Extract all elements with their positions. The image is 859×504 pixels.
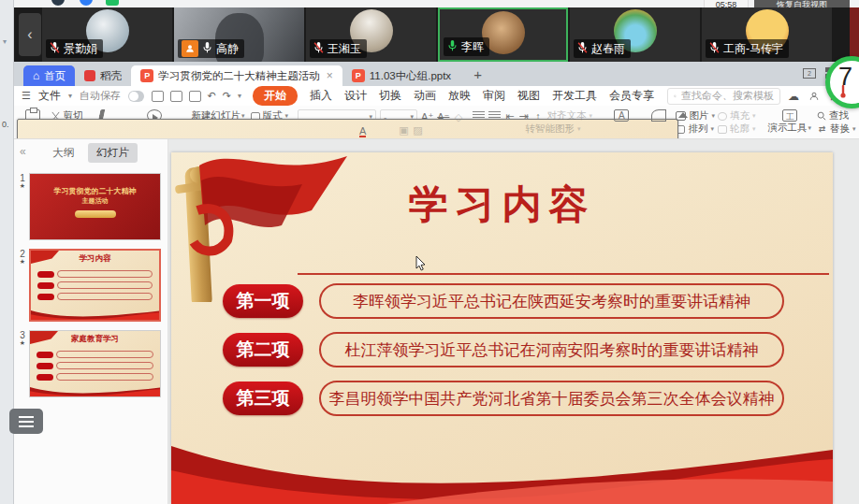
panel-tab[interactable]: 大纲 — [44, 143, 82, 163]
thumbnail-wave — [31, 308, 159, 320]
item-badge[interactable]: 第三项 — [223, 382, 303, 415]
quick-access-toolbar: ↶ ↷ ▾ — [152, 90, 241, 102]
thumbnail-wave — [30, 384, 160, 396]
tools-icon — [782, 109, 797, 122]
taskbar-icon[interactable] — [106, 0, 119, 6]
redo-icon[interactable]: ↷ — [223, 90, 231, 102]
chevron-down-icon: ▾ — [68, 92, 72, 100]
arrange-button[interactable]: 排列▾ — [676, 122, 715, 136]
fill-button[interactable]: 填充▾ — [718, 109, 756, 122]
document-tabbar: 首页 稻壳 P 学习贯彻党的二十大精神主题活动 × — [14, 62, 859, 86]
picture-button[interactable]: 图片▾ — [676, 109, 715, 122]
hamburger-icon[interactable]: ☰ — [22, 90, 31, 102]
slide-thumbnail[interactable]: 学习内容 — [29, 249, 161, 322]
presentation-tools-button[interactable]: 演示工具▾ — [764, 108, 814, 137]
new-tab-button[interactable]: + — [473, 66, 482, 82]
new-slide-button[interactable]: 新建幻灯片▾ — [189, 108, 248, 137]
clear-format-icon[interactable]: ◇ — [453, 111, 463, 123]
taskbar-icon[interactable] — [80, 0, 93, 6]
phonetic-guide-icon[interactable]: ▣ — [399, 124, 409, 137]
ribbon-tab[interactable]: 审阅 — [483, 88, 505, 104]
participant-namebar: 高静 — [178, 39, 244, 58]
participant-tile[interactable]: 王湘玉 — [306, 7, 436, 62]
slide-title[interactable]: 学习内容 — [171, 179, 833, 231]
picture-icon — [676, 111, 686, 121]
cloud-icon[interactable]: ☁ — [788, 90, 799, 103]
slide[interactable]: 学习内容 第一项 李晖领学习近平总书记在陕西延安考察时的重要讲话精神 第二项 — [171, 152, 833, 504]
close-icon[interactable]: × — [327, 69, 333, 82]
participant-name: 景勤娟 — [64, 41, 97, 57]
participant-name: 李晖 — [461, 39, 484, 55]
participant-namebar: 工商-马传宇 — [706, 39, 789, 58]
participant-namebar: 赵春雨 — [574, 39, 631, 58]
floating-list-button[interactable] — [9, 409, 43, 434]
participant-tile[interactable]: 赵春雨 — [570, 7, 700, 62]
panel-tab[interactable]: 幻灯片 — [88, 143, 138, 163]
print-icon[interactable] — [170, 91, 182, 102]
mic-icon — [202, 41, 212, 57]
transition-star-icon: ★ — [16, 340, 29, 346]
participant-tile[interactable]: 高静 — [174, 7, 304, 62]
slide-item: 第三项 李昌明领学中国共产党河北省第十届委员会第三次全体会议精神 — [223, 381, 784, 416]
document-tab[interactable]: P 学习贯彻党的二十大精神主题活动 × — [131, 65, 342, 86]
ribbon-tab[interactable]: 开始 — [253, 86, 298, 106]
ribbon-tab[interactable]: 会员专享 — [609, 88, 654, 104]
shading-icon[interactable]: ▨ — [413, 124, 423, 137]
item-text-box[interactable]: 李昌明领学中国共产党河北省第十届委员会第三次全体会议精神 — [319, 381, 784, 416]
textbox-icon — [614, 109, 629, 122]
command-search[interactable]: 查找命令、搜索模板 — [667, 88, 780, 105]
ribbon-tab[interactable]: 设计 — [344, 88, 367, 104]
panel-tabs: 大纲幻灯片 — [44, 143, 138, 163]
participant-namebar: 景勤娟 — [46, 39, 103, 58]
outline-button[interactable]: 轮廓▾ — [718, 122, 756, 136]
participant-tile[interactable]: 景勤娟 — [42, 7, 172, 62]
font-color-button[interactable]: A — [359, 125, 366, 137]
ribbon-toolbar: 粘贴▾ 剪切 复制 格式刷 当页开始▾ 新建幻灯片▾ 版式▾ 节▾ — [14, 106, 859, 139]
ribbon-tab[interactable]: 放映 — [448, 88, 471, 104]
autosave-toggle[interactable] — [128, 91, 144, 102]
replace-button[interactable]: ⇄替换▾ — [817, 122, 856, 136]
autosave-label: 自动保存 — [80, 89, 121, 103]
tab-label: 稻壳 — [100, 69, 122, 83]
smart-graphic-button[interactable]: 转智能图形▾ — [525, 122, 580, 136]
slide-canvas[interactable]: 学习内容 第一项 李晖领学习近平总书记在陕西延安考察时的重要讲话精神 第二项 — [168, 139, 859, 504]
ribbon-tab[interactable]: 切换 — [379, 88, 401, 104]
slide-item: 第一项 李晖领学习近平总书记在陕西延安考察时的重要讲话精神 — [223, 283, 784, 319]
ribbon-tab[interactable]: 开发工具 — [552, 88, 597, 104]
participant-tile[interactable]: 工商-马传宇 — [702, 7, 832, 62]
undo-icon[interactable]: ↶ — [208, 90, 216, 102]
switch-window-icon[interactable]: 2 — [803, 68, 816, 79]
thumbnail-title: 学习内容 — [31, 253, 159, 265]
document-tab[interactable]: 稻壳 — [75, 65, 131, 86]
collapse-panel-button[interactable]: « — [20, 145, 26, 158]
item-badge[interactable]: 第二项 — [223, 333, 303, 367]
taskbar-icon[interactable] — [51, 0, 65, 6]
item-text-box[interactable]: 李晖领学习近平总书记在陕西延安考察时的重要讲话精神 — [319, 283, 784, 319]
file-menu[interactable]: 文件 — [38, 88, 61, 104]
ribbon-tabs: 开始 插入 设计 切换 动画 放映 审阅 视图 开发工具 — [253, 86, 654, 106]
ribbon-tab[interactable]: 动画 — [414, 88, 436, 104]
slide-thumbnail[interactable]: 家庭教育学习 — [29, 330, 161, 397]
participant-tile[interactable]: 李晖 — [438, 7, 568, 62]
ribbon-tab[interactable]: 视图 — [517, 88, 540, 104]
slide-thumbnail-row: 3 ★ 家庭教育学习 — [16, 330, 161, 397]
find-button[interactable]: 查找 — [817, 109, 856, 122]
collaborate-person-icon — [808, 91, 820, 102]
ribbon-tab[interactable]: 插入 — [310, 88, 332, 104]
align-text-button[interactable]: 对齐文本▾ — [546, 109, 592, 122]
item-text-box[interactable]: 杜江萍领学习近平总书记在河南安阳考察时的重要讲话精神 — [319, 332, 784, 367]
participant-name: 工商-马传宇 — [723, 41, 783, 57]
document-tab[interactable]: P 11.03中心组.pptx — [342, 65, 460, 86]
collapse-strip-button[interactable]: ‹ — [19, 13, 41, 56]
chevron-down-icon[interactable]: ▾ — [238, 92, 241, 100]
person-badge-icon — [182, 40, 198, 57]
print-preview-icon[interactable] — [189, 91, 201, 102]
editor-content: « 大纲幻灯片 1 ★ 学习贯彻党的二十大精 — [14, 139, 859, 504]
clipped-participant-tile — [850, 7, 859, 62]
slide-thumbnail[interactable]: 学习贯彻党的二十大精神 主题活动 — [29, 173, 161, 240]
document-tab[interactable]: 首页 — [23, 65, 75, 86]
save-icon[interactable] — [152, 91, 164, 102]
item-text: 李昌明领学中国共产党河北省第十届委员会第三次全体会议精神 — [329, 388, 775, 410]
item-badge[interactable]: 第一项 — [223, 284, 303, 318]
wps-presentation-icon: P — [352, 69, 365, 82]
